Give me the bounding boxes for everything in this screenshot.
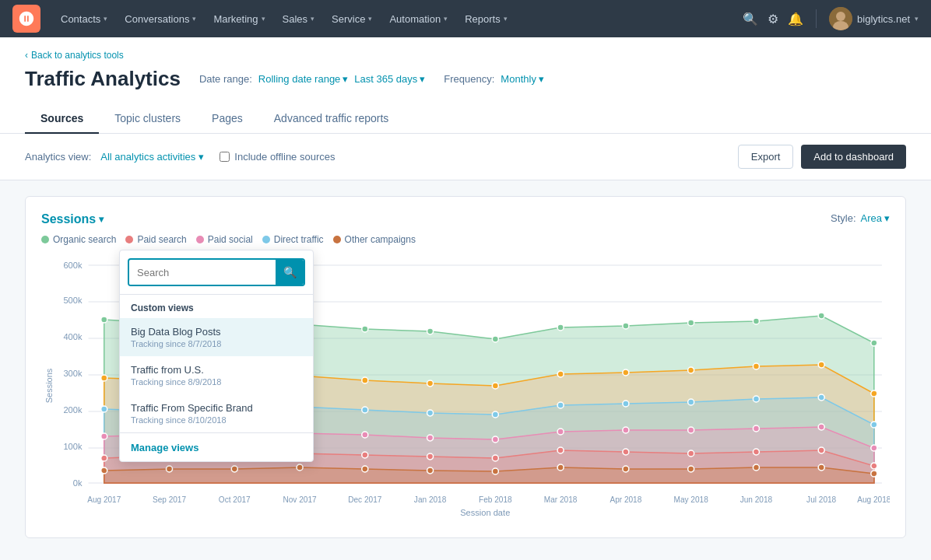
avatar — [829, 7, 852, 30]
reports-chevron-icon: ▾ — [504, 15, 508, 23]
svg-point-109 — [871, 471, 877, 477]
tab-topic-clusters[interactable]: Topic clusters — [99, 104, 196, 134]
svg-point-63 — [427, 410, 434, 416]
search-icon[interactable]: 🔍 — [743, 12, 758, 26]
style-chevron-icon: ▾ — [884, 212, 890, 224]
svg-text:300k: 300k — [63, 369, 83, 378]
nav-contacts[interactable]: Contacts ▾ — [53, 9, 115, 30]
notifications-icon[interactable]: 🔔 — [788, 12, 803, 26]
page-header: ‹ Back to analytics tools Traffic Analyt… — [0, 37, 931, 134]
svg-point-1 — [836, 12, 845, 21]
svg-point-37 — [427, 328, 434, 334]
include-offline-checkbox[interactable] — [220, 152, 230, 162]
nav-automation[interactable]: Automation ▾ — [381, 9, 455, 30]
svg-point-36 — [362, 326, 368, 332]
svg-point-53 — [623, 369, 629, 376]
conversations-chevron-icon: ▾ — [192, 15, 196, 23]
nav-right: 🔍 ⚙ 🔔 biglytics.net ▾ — [743, 7, 919, 30]
svg-point-45 — [101, 375, 107, 381]
svg-point-43 — [818, 313, 824, 319]
style-selector: Style: Area ▾ — [831, 212, 890, 224]
add-to-dashboard-button[interactable]: Add to dashboard — [801, 145, 906, 169]
nav-conversations[interactable]: Conversations ▾ — [117, 9, 204, 30]
last-365-days-dropdown[interactable]: Last 365 days ▾ — [354, 73, 425, 85]
svg-text:600k: 600k — [63, 261, 83, 270]
svg-text:Apr 2018: Apr 2018 — [610, 495, 641, 504]
svg-text:Aug 2017: Aug 2017 — [87, 495, 121, 504]
svg-point-58 — [101, 406, 107, 412]
nav-marketing[interactable]: Marketing ▾ — [206, 9, 272, 30]
dropdown-item-0[interactable]: Big Data Blog Posts Tracking since 8/7/2… — [120, 318, 313, 356]
svg-text:200k: 200k — [63, 405, 83, 415]
svg-point-104 — [557, 464, 564, 471]
svg-point-103 — [492, 468, 498, 474]
svg-point-96 — [871, 463, 877, 469]
analytics-view-dropdown[interactable]: All analytics activities ▾ — [100, 151, 204, 163]
svg-text:Jun 2018: Jun 2018 — [740, 495, 773, 504]
svg-point-105 — [623, 466, 629, 472]
svg-point-97 — [101, 467, 107, 474]
tab-advanced[interactable]: Advanced traffic reports — [258, 104, 405, 134]
analytics-view-chevron-icon: ▾ — [198, 151, 204, 163]
svg-point-62 — [362, 407, 368, 413]
chart-title[interactable]: Sessions ▾ — [41, 212, 104, 226]
dropdown-scrollable: Custom views Big Data Blog Posts Trackin… — [120, 295, 313, 432]
tab-sources[interactable]: Sources — [25, 104, 99, 134]
svg-point-107 — [753, 464, 759, 471]
include-offline-group: Include offline sources — [220, 151, 335, 163]
custom-views-label: Custom views — [120, 295, 313, 318]
rolling-date-range-chevron-icon: ▾ — [343, 73, 348, 85]
account-menu[interactable]: biglytics.net ▾ — [829, 7, 919, 30]
sales-chevron-icon: ▾ — [311, 15, 314, 23]
svg-text:0k: 0k — [73, 478, 83, 488]
svg-text:Oct 2017: Oct 2017 — [219, 495, 251, 504]
svg-text:100k: 100k — [63, 442, 83, 451]
svg-point-83 — [871, 445, 877, 451]
page-title-row: Traffic Analytics Date range: Rolling da… — [25, 67, 906, 91]
dropdown-item-1[interactable]: Traffic from U.S. Tracking since 8/9/201… — [120, 356, 313, 394]
legend-paid-social: Paid social — [196, 234, 253, 245]
svg-text:Jan 2018: Jan 2018 — [414, 495, 447, 504]
tab-pages[interactable]: Pages — [196, 104, 258, 134]
svg-text:Mar 2018: Mar 2018 — [544, 495, 578, 504]
page-title: Traffic Analytics — [25, 67, 181, 91]
chart-card: Sessions ▾ Organic search Paid search — [25, 196, 906, 538]
style-dropdown[interactable]: Area ▾ — [861, 212, 890, 224]
svg-point-78 — [557, 429, 564, 435]
settings-icon[interactable]: ⚙ — [768, 12, 778, 26]
frequency-chevron-icon: ▾ — [539, 73, 544, 85]
nav-reports[interactable]: Reports ▾ — [457, 9, 515, 30]
main-content: Sessions ▾ Organic search Paid search — [0, 180, 931, 554]
legend-dot-paid-search — [125, 236, 133, 243]
search-input[interactable] — [129, 261, 276, 285]
frequency-dropdown[interactable]: Monthly ▾ — [501, 73, 544, 85]
svg-point-108 — [818, 464, 824, 471]
search-submit-button[interactable]: 🔍 — [276, 260, 304, 285]
automation-chevron-icon: ▾ — [444, 15, 448, 23]
svg-point-32 — [101, 317, 107, 323]
sessions-chevron-icon: ▾ — [99, 214, 104, 225]
svg-text:Nov 2017: Nov 2017 — [283, 495, 317, 504]
svg-point-41 — [688, 320, 694, 326]
nav-service[interactable]: Service ▾ — [324, 9, 380, 30]
hubspot-logo[interactable] — [12, 5, 40, 33]
export-button[interactable]: Export — [738, 145, 794, 169]
back-link[interactable]: ‹ Back to analytics tools — [25, 50, 906, 61]
svg-point-95 — [818, 447, 824, 453]
svg-point-81 — [753, 425, 759, 432]
dropdown-search-area: 🔍 — [120, 250, 313, 295]
svg-point-93 — [688, 450, 694, 457]
avatar-image — [829, 7, 852, 30]
dropdown-item-2[interactable]: Traffic From Specific Brand Tracking sin… — [120, 394, 313, 432]
svg-point-102 — [427, 467, 434, 474]
nav-sales[interactable]: Sales ▾ — [275, 9, 323, 30]
legend-direct-traffic: Direct traffic — [262, 234, 324, 245]
svg-text:Session date: Session date — [460, 508, 510, 517]
svg-text:Sessions: Sessions — [44, 368, 54, 403]
svg-point-42 — [753, 318, 759, 324]
analytics-view-dropdown-menu: 🔍 Custom views Big Data Blog Posts Track… — [119, 250, 314, 462]
manage-views-link[interactable]: Manage views — [131, 442, 198, 453]
legend-dot-organic — [41, 236, 49, 243]
search-icon: 🔍 — [283, 266, 297, 278]
rolling-date-range-dropdown[interactable]: Rolling date range ▾ — [258, 73, 349, 85]
